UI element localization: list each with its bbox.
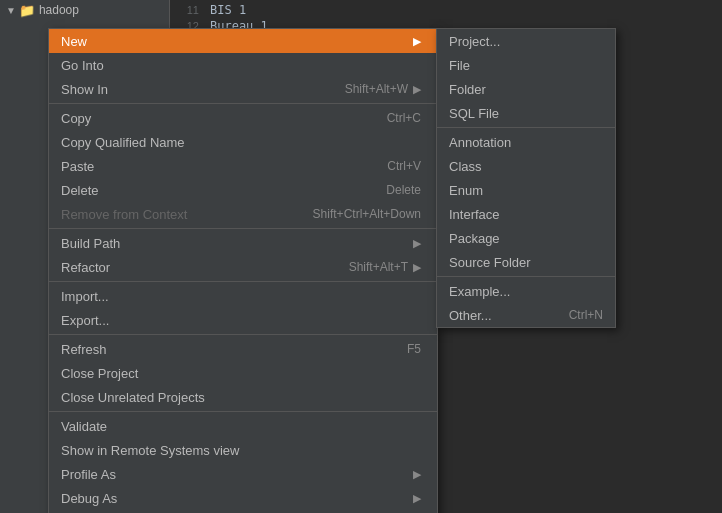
submenu-separator-1 [437,127,615,128]
submenu-item-other[interactable]: Other... Ctrl+N [437,303,615,327]
submenu-item-interface[interactable]: Interface [437,202,615,226]
submenu-item-enum[interactable]: Enum [437,178,615,202]
separator-5 [49,411,437,412]
submenu-arrow-debug-as: ▶ [413,492,421,505]
menu-item-close-unrelated[interactable]: Close Unrelated Projects [49,385,437,409]
menu-item-import-label: Import... [61,289,421,304]
menu-item-new[interactable]: New ▶ [49,29,437,53]
submenu-arrow-show-in: ▶ [413,83,421,96]
submenu-arrow-profile-as: ▶ [413,468,421,481]
submenu-item-file[interactable]: File [437,53,615,77]
menu-item-close-unrelated-label: Close Unrelated Projects [61,390,421,405]
menu-item-go-into-label: Go Into [61,58,421,73]
submenu-item-annotation-label: Annotation [449,135,603,150]
tree-item-label: hadoop [39,3,79,17]
menu-item-show-in[interactable]: Show In Shift+Alt+W ▶ [49,77,437,101]
submenu-item-class[interactable]: Class [437,154,615,178]
menu-item-import[interactable]: Import... [49,284,437,308]
menu-item-refresh[interactable]: Refresh F5 [49,337,437,361]
separator-3 [49,281,437,282]
submenu-item-folder[interactable]: Folder [437,77,615,101]
submenu-item-class-label: Class [449,159,603,174]
menu-item-build-path-label: Build Path [61,236,408,251]
menu-item-show-remote[interactable]: Show in Remote Systems view [49,438,437,462]
submenu-item-sql-file[interactable]: SQL File [437,101,615,125]
menu-item-delete[interactable]: Delete Delete [49,178,437,202]
submenu-item-example[interactable]: Example... [437,279,615,303]
menu-item-go-into[interactable]: Go Into [49,53,437,77]
menu-item-paste-shortcut: Ctrl+V [387,159,421,173]
separator-1 [49,103,437,104]
menu-item-debug-as[interactable]: Debug As ▶ [49,486,437,510]
submenu-item-other-shortcut: Ctrl+N [569,308,603,322]
menu-item-refresh-shortcut: F5 [407,342,421,356]
menu-item-refactor-label: Refactor [61,260,329,275]
menu-item-show-in-label: Show In [61,82,325,97]
submenu-item-interface-label: Interface [449,207,603,222]
submenu-item-package[interactable]: Package [437,226,615,250]
tree-item-hadoop[interactable]: ▼ 📁 hadoop [0,0,169,20]
menu-item-remove-context-label: Remove from Context [61,207,293,222]
submenu-item-enum-label: Enum [449,183,603,198]
menu-item-show-in-shortcut: Shift+Alt+W [345,82,408,96]
submenu-item-package-label: Package [449,231,603,246]
menu-item-paste[interactable]: Paste Ctrl+V [49,154,437,178]
menu-item-show-remote-label: Show in Remote Systems view [61,443,421,458]
submenu-separator-2 [437,276,615,277]
separator-4 [49,334,437,335]
menu-item-refactor[interactable]: Refactor Shift+Alt+T ▶ [49,255,437,279]
menu-item-close-project-label: Close Project [61,366,421,381]
menu-item-refresh-label: Refresh [61,342,387,357]
menu-item-validate[interactable]: Validate [49,414,437,438]
folder-icon: 📁 [19,3,35,18]
menu-item-refactor-shortcut: Shift+Alt+T [349,260,408,274]
separator-2 [49,228,437,229]
submenu-item-project[interactable]: Project... [437,29,615,53]
menu-item-export[interactable]: Export... [49,308,437,332]
submenu-item-annotation[interactable]: Annotation [437,130,615,154]
submenu-item-source-folder-label: Source Folder [449,255,603,270]
menu-item-remove-context-shortcut: Shift+Ctrl+Alt+Down [313,207,421,221]
context-menu-secondary: Project... File Folder SQL File Annotati… [436,28,616,328]
line-num-11: 11 [170,2,199,18]
menu-item-profile-as[interactable]: Profile As ▶ [49,462,437,486]
menu-item-validate-label: Validate [61,419,421,434]
menu-item-new-label: New [61,34,408,49]
submenu-arrow-refactor: ▶ [413,261,421,274]
menu-item-paste-label: Paste [61,159,367,174]
menu-item-copy-shortcut: Ctrl+C [387,111,421,125]
menu-item-copy-qualified-label: Copy Qualified Name [61,135,421,150]
context-menu-primary: New ▶ Go Into Show In Shift+Alt+W ▶ Copy… [48,28,438,513]
menu-item-copy-qualified[interactable]: Copy Qualified Name [49,130,437,154]
submenu-item-project-label: Project... [449,34,603,49]
submenu-item-example-label: Example... [449,284,603,299]
tree-arrow: ▼ [6,5,16,16]
menu-item-delete-shortcut: Delete [386,183,421,197]
menu-item-copy[interactable]: Copy Ctrl+C [49,106,437,130]
submenu-item-other-label: Other... [449,308,569,323]
submenu-item-folder-label: Folder [449,82,603,97]
submenu-item-source-folder[interactable]: Source Folder [437,250,615,274]
menu-item-close-project[interactable]: Close Project [49,361,437,385]
menu-item-delete-label: Delete [61,183,366,198]
submenu-arrow-build-path: ▶ [413,237,421,250]
code-line-11: BIS 1 [210,2,268,18]
submenu-arrow-new: ▶ [413,35,421,48]
submenu-item-sql-file-label: SQL File [449,106,603,121]
submenu-item-file-label: File [449,58,603,73]
menu-item-export-label: Export... [61,313,421,328]
menu-item-build-path[interactable]: Build Path ▶ [49,231,437,255]
menu-item-remove-context: Remove from Context Shift+Ctrl+Alt+Down [49,202,437,226]
menu-item-profile-as-label: Profile As [61,467,408,482]
menu-item-debug-as-label: Debug As [61,491,408,506]
menu-item-copy-label: Copy [61,111,367,126]
